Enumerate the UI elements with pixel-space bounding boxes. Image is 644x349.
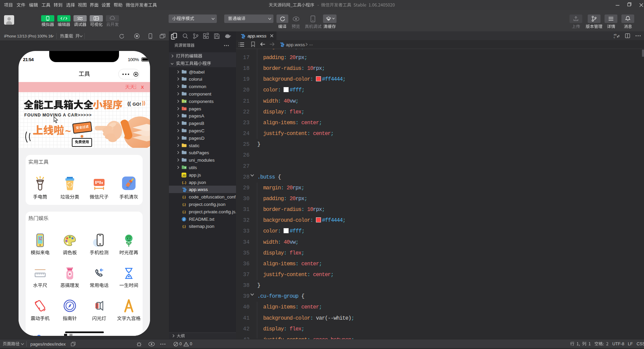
svg-text:c: c bbox=[614, 36, 615, 39]
svg-text:{..}: {..} bbox=[182, 181, 186, 184]
svg-text:{.}: {.} bbox=[182, 203, 186, 206]
svg-text:{.}: {.} bbox=[182, 195, 186, 199]
svg-text:{.}: {.} bbox=[182, 210, 186, 214]
svg-text:{.}: {.} bbox=[182, 224, 186, 228]
svg-text:i: i bbox=[183, 218, 184, 221]
svg-text:JS: JS bbox=[182, 173, 186, 177]
